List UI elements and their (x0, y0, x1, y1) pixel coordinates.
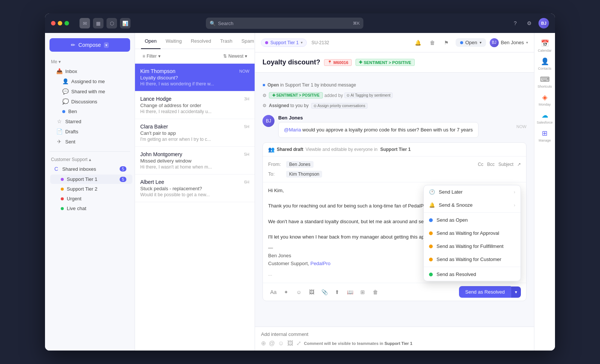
trash-icon[interactable]: 🗑 (427, 37, 438, 48)
send-waiting-approval-item[interactable]: Send as Waiting for Approval (424, 227, 520, 240)
shared-inboxes-label: Shared inboxes (62, 166, 120, 172)
sidebar: ✏ Compose ▾ Me ▾ 📥 Inbox 👤 Assigned to m… (45, 33, 135, 351)
ic-expand-icon[interactable]: ⤢ (296, 340, 301, 347)
font-icon[interactable]: Aa (268, 287, 279, 297)
sidebar-item-starred[interactable]: ☆ Starred (50, 116, 132, 126)
conv-item-lance[interactable]: Lance Hodge 3H Change of address for ord… (135, 91, 255, 119)
maximize-btn[interactable] (64, 21, 69, 25)
flag-icon[interactable]: ⚑ (441, 37, 452, 48)
compose-button[interactable]: ✏ Compose ▾ (50, 38, 130, 52)
tab-resolved[interactable]: Resolved (187, 33, 215, 49)
ic-emoji-icon[interactable]: ☺ (278, 340, 284, 347)
conv-item-kim[interactable]: Kim Thompson NOW Loyalty discount? Hi th… (135, 64, 255, 91)
send-open-item[interactable]: Send as Open (424, 213, 520, 227)
tag-m60016[interactable]: 📍 M60016 (324, 59, 352, 66)
cc-label[interactable]: Cc (478, 162, 483, 167)
subject-label[interactable]: Subject (498, 162, 513, 167)
shared-team: Support Tier 1 (380, 147, 411, 152)
sidebar-item-assigned[interactable]: 👤 Assigned to me (50, 76, 132, 86)
conv-item-clara[interactable]: Clara Baker 5H Can't pair to app I'm get… (135, 119, 255, 147)
send-snooze-item[interactable]: 🔔 Send & Snooze › (424, 198, 520, 212)
book-icon[interactable]: 📖 (345, 287, 355, 297)
send-waiting-fulfillment-item[interactable]: Send as Waiting for Fullfillment (424, 240, 520, 253)
ai-tool-icon[interactable]: ✦ (281, 287, 291, 297)
ri-monday[interactable]: ◈ Monday (537, 91, 552, 108)
layout-icon[interactable]: ⊞ (357, 287, 368, 297)
subject-area: Loyalty discount? 📍 M60016 ✚ SENTIMENT >… (255, 52, 534, 73)
send-later-item[interactable]: 🕐 Send Later › (424, 185, 520, 198)
close-btn[interactable] (51, 21, 56, 25)
tab-trash[interactable]: Trash (216, 33, 236, 49)
drafts-label: Drafts (65, 129, 126, 134)
open-status: Open (267, 82, 279, 88)
filter-button[interactable]: ≡ Filter ▾ (140, 52, 164, 60)
internal-comment-input[interactable] (261, 331, 528, 337)
sidebar-item-urgent[interactable]: Urgent (50, 194, 132, 203)
sidebar-item-support-tier2[interactable]: Support Tier 2 (50, 184, 132, 194)
ri-contacts[interactable]: 👤 Contacts (537, 55, 552, 72)
ri-manage[interactable]: ⊞ Manage (537, 127, 552, 144)
grid-icon[interactable]: ▦ (93, 18, 104, 28)
send-resolved-button[interactable]: Send as Resolved (459, 286, 511, 298)
conv-item-john[interactable]: John Montgomery 5H Missed delivery windo… (135, 147, 255, 175)
inbox-tag[interactable]: Support Tier 1 ▾ (261, 39, 307, 47)
assigned-text: Assigned (269, 103, 289, 108)
titlebar: ✉ ▦ ⬡ 📊 🔍 Search ⌘K ? ⚙ BJ (45, 13, 555, 33)
chart-icon[interactable]: 📊 (120, 18, 130, 28)
ic-team: Support Tier 1 (384, 341, 412, 346)
ic-image-icon[interactable]: 🖼 (287, 340, 293, 347)
user-avatar[interactable]: BJ (538, 18, 549, 28)
sidebar-item-support-tier1[interactable]: Support Tier 1 5 (50, 175, 132, 184)
ic-mention-icon[interactable]: @ (269, 340, 275, 347)
sidebar-item-discussions[interactable]: 💭 Discussions (50, 97, 132, 106)
sidebar-item-inbox[interactable]: 📥 Inbox (50, 66, 132, 76)
assign-priority-tag: ⊙ Assign priority conversations (311, 103, 368, 109)
sidebar-item-ben[interactable]: Ben (50, 107, 132, 116)
send-waiting-customer-item[interactable]: Send as Waiting for Customer (424, 253, 520, 266)
ri-calendar[interactable]: 📅 Calendar (537, 37, 552, 54)
sidebar-item-live-chat[interactable]: Live chat (50, 204, 132, 213)
support-tier2-label: Support Tier 2 (67, 186, 126, 192)
sort-button[interactable]: ⇅ Newest ▾ (220, 52, 250, 60)
agent-button[interactable]: BJ Ben Jones ▾ (490, 38, 528, 47)
tab-open[interactable]: Open (141, 33, 160, 49)
tag-sentiment[interactable]: ✚ SENTIMENT > POSITIVE (356, 59, 415, 66)
resolved-dot (429, 273, 433, 276)
alarm-icon[interactable]: 🔔 (413, 37, 423, 48)
sidebar-item-drafts[interactable]: 📄 Drafts (50, 127, 132, 136)
upload-icon[interactable]: ⬆ (332, 287, 342, 297)
send-dropdown-toggle[interactable]: ▾ (511, 286, 521, 298)
customer-support-header[interactable]: Customer Support ▴ (45, 154, 135, 164)
ic-plus-icon[interactable]: ⊕ (261, 340, 266, 347)
global-search[interactable]: 🔍 Search ⌘K (206, 18, 363, 29)
attachment-icon[interactable]: 📎 (319, 287, 330, 297)
tab-waiting[interactable]: Waiting (162, 33, 186, 49)
ic-toolbar: ⊕ @ ☺ 🖼 ⤢ Comment will be visible to tea… (261, 340, 528, 347)
sidebar-item-shared-inboxes[interactable]: C Shared inboxes 5 (47, 164, 132, 174)
help-icon[interactable]: ? (510, 18, 520, 28)
delete-icon[interactable]: 🗑 (370, 287, 381, 297)
system-msg-3: ⚙ Assigned to you by ⊙ Assign priority c… (262, 101, 526, 110)
send-resolved-item[interactable]: Send as Resolved (424, 268, 520, 281)
settings-icon[interactable]: ⚙ (524, 18, 535, 28)
ri-salesforce[interactable]: ☁ Salesforce (537, 109, 552, 126)
image-icon[interactable]: 🖼 (306, 287, 317, 297)
sidebar-item-shared[interactable]: 💬 Shared with me (50, 87, 132, 96)
inbox-icon[interactable]: ✉ (80, 18, 90, 28)
emoji-icon[interactable]: ☺ (294, 287, 304, 297)
me-header[interactable]: Me ▾ (45, 58, 135, 66)
compose-chevron: ▾ (104, 42, 109, 48)
status-button[interactable]: Open ▾ (456, 38, 486, 47)
box-icon[interactable]: ⬡ (106, 18, 117, 28)
system-msg-1: ■ Open in Support Tier 1 by inbound mess… (262, 80, 526, 90)
sidebar-item-sent[interactable]: ✈ Sent (50, 137, 132, 146)
to-value: Kim Thompson (286, 171, 322, 178)
conv-item-albert[interactable]: Albert Lee 6H Stuck pedals - replacement… (135, 175, 255, 202)
right-iconbar: 📅 Calendar 👤 Contacts ⌨ Shortcuts ◈ Mond… (534, 33, 555, 351)
bcc-label[interactable]: Bcc (487, 162, 495, 167)
external-link-icon[interactable]: ↗ (517, 162, 521, 167)
minimize-btn[interactable] (58, 21, 62, 25)
ri-shortcuts[interactable]: ⌨ Shortcuts (537, 73, 552, 90)
sig-link[interactable]: PedalPro (310, 261, 330, 266)
inbox-folder-icon: 📥 (56, 68, 62, 74)
